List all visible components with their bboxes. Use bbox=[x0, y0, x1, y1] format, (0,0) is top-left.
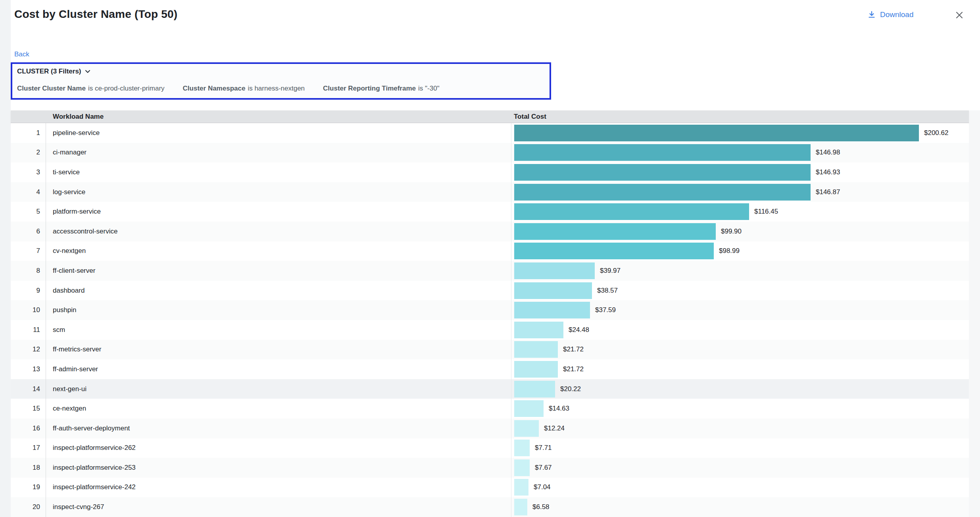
cost-bar[interactable] bbox=[514, 479, 528, 496]
workload-name: scm bbox=[46, 320, 511, 340]
cost-value-label: $7.04 bbox=[534, 483, 551, 491]
cost-value-label: $20.22 bbox=[560, 385, 581, 393]
workload-name: inspect-cvng-267 bbox=[46, 497, 511, 517]
total-cost-cell: $20.22 bbox=[511, 379, 969, 399]
table-row[interactable]: 1pipeline-service$200.62 bbox=[11, 123, 969, 143]
workload-name: ff-metrics-server bbox=[46, 340, 511, 360]
filter-item[interactable]: Cluster Reporting Timeframeis "-30" bbox=[323, 85, 440, 93]
cost-bar[interactable] bbox=[514, 400, 544, 417]
row-rank: 5 bbox=[11, 202, 46, 222]
table-row[interactable]: 19inspect-platformservice-242$7.04 bbox=[11, 478, 969, 498]
cost-bar[interactable] bbox=[514, 361, 558, 378]
row-rank: 6 bbox=[11, 222, 46, 241]
table-row[interactable]: 14next-gen-ui$20.22 bbox=[11, 379, 969, 399]
table-row[interactable]: 3ti-service$146.93 bbox=[11, 162, 969, 182]
right-gutter bbox=[969, 110, 980, 517]
table-row[interactable]: 8ff-client-server$39.97 bbox=[11, 261, 969, 281]
total-cost-cell: $12.24 bbox=[511, 419, 969, 438]
filter-field: Cluster Namespace bbox=[183, 85, 246, 92]
cost-bar[interactable] bbox=[514, 223, 716, 240]
row-rank: 16 bbox=[11, 419, 46, 438]
chevron-down-icon bbox=[85, 70, 90, 73]
cost-bar[interactable] bbox=[514, 381, 555, 397]
row-rank: 14 bbox=[11, 379, 46, 399]
cost-value-label: $12.24 bbox=[544, 424, 565, 432]
filter-field: Cluster Reporting Timeframe bbox=[323, 85, 416, 92]
workload-name: inspect-platformservice-253 bbox=[46, 458, 511, 478]
table-row[interactable]: 13ff-admin-server$21.72 bbox=[11, 359, 969, 379]
cost-bar[interactable] bbox=[514, 164, 811, 181]
row-rank: 12 bbox=[11, 340, 46, 360]
close-button[interactable] bbox=[954, 10, 965, 21]
table-row[interactable]: 12ff-metrics-server$21.72 bbox=[11, 340, 969, 360]
cost-value-label: $6.58 bbox=[532, 503, 550, 511]
workload-name: accesscontrol-service bbox=[46, 222, 511, 241]
cost-bar[interactable] bbox=[514, 125, 919, 141]
cost-bar[interactable] bbox=[514, 302, 590, 318]
workload-name: ti-service bbox=[46, 162, 511, 182]
workload-name: inspect-platformservice-242 bbox=[46, 478, 511, 498]
table-row[interactable]: 16ff-auth-server-deployment$12.24 bbox=[11, 419, 969, 438]
workload-name: ci-manager bbox=[46, 143, 511, 163]
cost-value-label: $99.90 bbox=[721, 228, 742, 235]
workload-name: ce-nextgen bbox=[46, 399, 511, 419]
workload-name: log-service bbox=[46, 182, 511, 202]
row-rank: 13 bbox=[11, 359, 46, 379]
table-row[interactable]: 4log-service$146.87 bbox=[11, 182, 969, 202]
download-button[interactable]: Download bbox=[867, 10, 914, 19]
cost-bar[interactable] bbox=[514, 282, 592, 299]
table-body: 1pipeline-service$200.622ci-manager$146.… bbox=[11, 123, 969, 517]
filter-item[interactable]: Cluster Namespaceis harness-nextgen bbox=[183, 85, 305, 93]
table-row[interactable]: 17inspect-platformservice-262$7.71 bbox=[11, 438, 969, 458]
cost-value-label: $116.45 bbox=[754, 208, 778, 216]
cost-bar[interactable] bbox=[514, 243, 714, 259]
filter-condition: is ce-prod-cluster-primary bbox=[88, 85, 165, 92]
total-cost-cell: $39.97 bbox=[511, 261, 969, 281]
total-cost-cell: $146.98 bbox=[511, 143, 969, 163]
filter-field: Cluster Cluster Name bbox=[17, 85, 86, 92]
table-row[interactable]: 6accesscontrol-service$99.90 bbox=[11, 222, 969, 241]
workload-name: ff-client-server bbox=[46, 261, 511, 281]
download-label: Download bbox=[880, 10, 914, 19]
table-header-row: Workload Name Total Cost bbox=[11, 110, 969, 123]
filter-item[interactable]: Cluster Cluster Nameis ce-prod-cluster-p… bbox=[17, 85, 165, 93]
back-link[interactable]: Back bbox=[14, 50, 29, 58]
cost-bar[interactable] bbox=[514, 322, 563, 338]
row-rank: 10 bbox=[11, 300, 46, 320]
cost-value-label: $38.57 bbox=[597, 287, 618, 295]
row-rank: 9 bbox=[11, 281, 46, 301]
workload-name: ff-admin-server bbox=[46, 359, 511, 379]
table-row[interactable]: 20inspect-cvng-267$6.58 bbox=[11, 497, 969, 517]
workload-name: ff-auth-server-deployment bbox=[46, 419, 511, 438]
table-row[interactable]: 18inspect-platformservice-253$7.67 bbox=[11, 458, 969, 478]
cost-bar[interactable] bbox=[514, 341, 558, 358]
filter-group-toggle[interactable]: CLUSTER (3 Filters) bbox=[17, 68, 90, 75]
row-rank: 4 bbox=[11, 182, 46, 202]
table-row[interactable]: 9dashboard$38.57 bbox=[11, 281, 969, 301]
cost-bar[interactable] bbox=[514, 420, 539, 437]
page-title: Cost by Cluster Name (Top 50) bbox=[14, 8, 177, 21]
cost-value-label: $21.72 bbox=[563, 345, 584, 353]
table-row[interactable]: 7cv-nextgen$98.99 bbox=[11, 241, 969, 261]
cost-bar[interactable] bbox=[514, 184, 811, 201]
cost-bar[interactable] bbox=[514, 262, 595, 279]
cost-bar[interactable] bbox=[514, 144, 811, 161]
cost-bar[interactable] bbox=[514, 203, 749, 220]
table-row[interactable]: 11scm$24.48 bbox=[11, 320, 969, 340]
row-rank: 1 bbox=[11, 123, 46, 143]
filter-panel: CLUSTER (3 Filters) Cluster Cluster Name… bbox=[11, 62, 551, 100]
total-cost-cell: $7.71 bbox=[511, 438, 969, 458]
table-row[interactable]: 15ce-nextgen$14.63 bbox=[11, 399, 969, 419]
cost-bar[interactable] bbox=[514, 459, 530, 476]
table-row[interactable]: 10pushpin$37.59 bbox=[11, 300, 969, 320]
row-rank: 11 bbox=[11, 320, 46, 340]
table-row[interactable]: 5platform-service$116.45 bbox=[11, 202, 969, 222]
cost-bar[interactable] bbox=[514, 499, 527, 515]
total-cost-cell: $7.04 bbox=[511, 478, 969, 498]
cost-value-label: $39.97 bbox=[600, 267, 621, 275]
table-row[interactable]: 2ci-manager$146.98 bbox=[11, 143, 969, 163]
cost-value-label: $146.87 bbox=[816, 188, 840, 196]
row-rank: 2 bbox=[11, 143, 46, 163]
cost-bar[interactable] bbox=[514, 440, 530, 456]
workload-name: next-gen-ui bbox=[46, 379, 511, 399]
